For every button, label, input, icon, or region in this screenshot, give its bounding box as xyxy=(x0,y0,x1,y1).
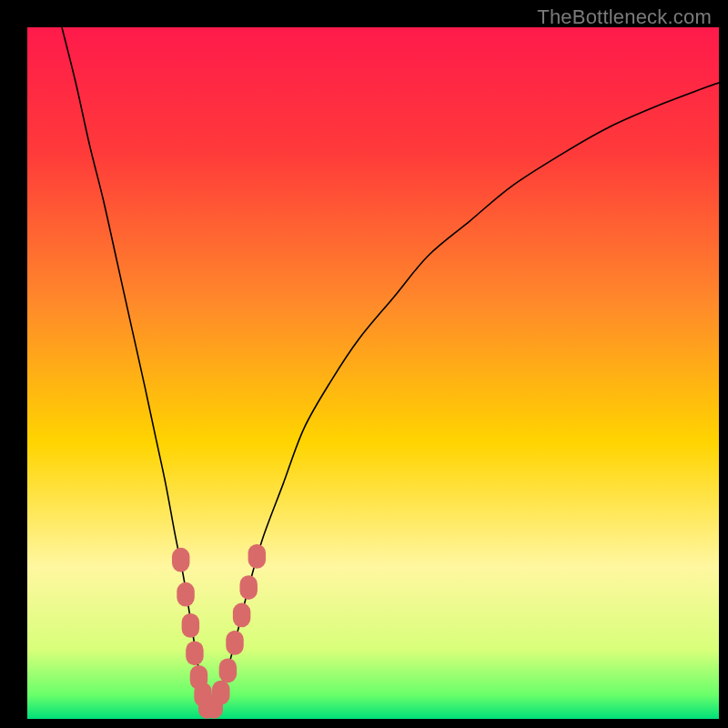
marker-point xyxy=(233,603,250,628)
marker-point xyxy=(226,631,243,655)
marker-point xyxy=(172,548,189,572)
marker-point xyxy=(239,575,257,600)
marker-point xyxy=(182,613,199,638)
chart-svg xyxy=(27,27,719,719)
marker-point xyxy=(212,681,229,705)
plot-area xyxy=(27,27,719,719)
gradient-background xyxy=(27,27,719,719)
watermark-text: TheBottleneck.com xyxy=(537,5,712,29)
marker-point xyxy=(186,641,203,665)
marker-point xyxy=(219,658,237,682)
marker-point xyxy=(248,544,266,569)
marker-point xyxy=(177,582,194,607)
chart-container: TheBottleneck.com xyxy=(0,0,728,728)
